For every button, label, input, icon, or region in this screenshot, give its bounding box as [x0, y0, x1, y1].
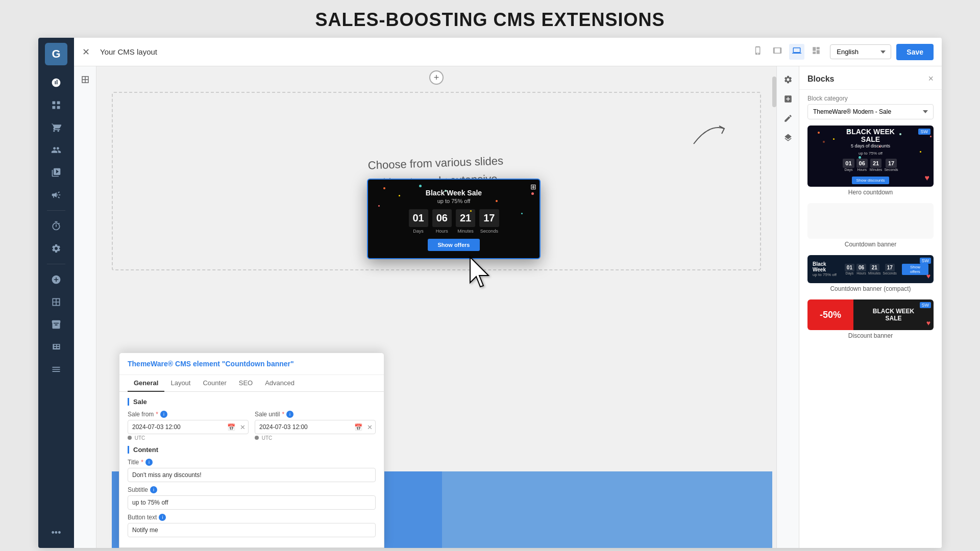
sidebar-item-media[interactable]: [45, 162, 67, 183]
db-heart[interactable]: ♥: [926, 319, 930, 327]
cc-nums: 01 Days 06 Hours 21 Minu: [845, 264, 897, 275]
blocks-close-button[interactable]: ×: [928, 73, 934, 84]
sidebar-item-analytics[interactable]: [45, 72, 67, 93]
countdown-banner-preview: ⊞ Black Week Sale up to 75% off 01 Days …: [367, 179, 541, 259]
tab-advanced[interactable]: Advanced: [259, 375, 301, 392]
mobile-icon[interactable]: [750, 44, 766, 60]
sale-until-group: Sale until * i ✕ 📅: [255, 411, 376, 441]
block-category-select[interactable]: ThemeWare® Modern - Sale: [807, 104, 934, 119]
sale-from-info[interactable]: i: [160, 411, 167, 418]
title-info[interactable]: i: [145, 459, 153, 466]
add-tool-icon[interactable]: [780, 91, 796, 107]
cc-btn[interactable]: Show offers: [902, 264, 928, 275]
sidebar-item-shop[interactable]: [45, 117, 67, 138]
countdown-compact-thumb[interactable]: Black Week up to 75% off 01 Days: [807, 255, 934, 283]
tab-general[interactable]: General: [128, 375, 164, 392]
tab-layout[interactable]: Layout: [164, 375, 197, 392]
edit-tool-icon[interactable]: [780, 110, 796, 127]
minutes-value: 21: [456, 209, 475, 227]
title-input[interactable]: [128, 468, 376, 482]
desktop-icon[interactable]: [789, 44, 804, 60]
sale-from-calendar-icon[interactable]: 📅: [227, 423, 235, 431]
table4-icon: [51, 364, 61, 374]
hc-title: BLACK WEEKSALE: [843, 128, 898, 144]
hc-seconds-val: 17: [886, 159, 897, 168]
cc-badge: SW: [920, 258, 932, 264]
panel-title-link[interactable]: ThemeWare® CMS element "Countdown banner…: [128, 360, 294, 368]
sidebar-item-users[interactable]: [45, 140, 67, 160]
sale-until-required: *: [282, 411, 284, 418]
hero-countdown-heart[interactable]: ♥: [925, 173, 930, 183]
button-text-input[interactable]: [128, 523, 376, 537]
layers-tool-icon[interactable]: [780, 130, 796, 146]
content-area: ✕ Your CMS layout Englis: [74, 38, 942, 548]
sidebar-item-add[interactable]: [45, 269, 67, 290]
discount-banner-thumb[interactable]: -50% BLACK WEEKSALE SW ♥: [807, 299, 934, 330]
cc-seconds: 17 Seconds: [883, 264, 897, 275]
settings-tool-icon[interactable]: [780, 71, 796, 88]
subtitle-info[interactable]: i: [150, 486, 157, 493]
save-button[interactable]: Save: [896, 44, 934, 60]
hero-countdown-block: BLACK WEEKSALE 5 days of discounts up to…: [807, 126, 934, 196]
sale-until-calendar-icon[interactable]: 📅: [354, 423, 362, 431]
settings-icon: [51, 243, 61, 254]
tab-counter[interactable]: Counter: [197, 375, 232, 392]
sidebar-item-pages[interactable]: [45, 95, 67, 115]
hero-countdown-badge: SW: [918, 129, 931, 135]
panel-header: ThemeWare® CMS element "Countdown banner…: [119, 353, 384, 375]
sidebar-item-settings[interactable]: [45, 238, 67, 259]
sidebar-item-table4[interactable]: [45, 359, 67, 380]
discount-banner-block: -50% BLACK WEEKSALE SW ♥ Discount banner: [807, 299, 934, 339]
subtitle-input[interactable]: [128, 495, 376, 510]
seconds-value: 17: [479, 209, 499, 227]
sidebar-item-timer[interactable]: [45, 216, 67, 236]
db-discount: -50%: [820, 310, 841, 320]
seconds-count: 17 Seconds: [479, 209, 499, 234]
cc-hours-label: Hours: [856, 271, 866, 275]
sale-from-clear-icon[interactable]: ✕: [240, 423, 246, 431]
sidebar-item-more[interactable]: •••: [45, 522, 67, 543]
panel-body: Sale Sale from * i: [119, 392, 384, 547]
logo[interactable]: G: [45, 43, 67, 65]
tablet-icon[interactable]: [770, 44, 785, 60]
sidebar-item-marketing[interactable]: [45, 185, 67, 205]
svg-rect-2: [53, 106, 56, 109]
add-section-icon: +: [434, 72, 439, 83]
cc-heart[interactable]: ♥: [926, 272, 930, 280]
language-select[interactable]: English: [830, 44, 891, 59]
sidebar-item-table3[interactable]: [45, 337, 67, 357]
hc-nums: 01 Days 06 Hours 21: [843, 159, 898, 171]
close-button[interactable]: ✕: [82, 46, 90, 58]
countdown-banner-name: Countdown banner: [807, 241, 934, 248]
sidebar-item-table2[interactable]: [45, 314, 67, 335]
button-text-info[interactable]: i: [159, 514, 166, 521]
layout-tool-icon[interactable]: [77, 71, 93, 88]
show-offers-button[interactable]: Show offers: [428, 239, 480, 251]
banner-expand-icon[interactable]: ⊞: [530, 183, 536, 191]
hero-countdown-preview: BLACK WEEKSALE 5 days of discounts up to…: [807, 126, 934, 187]
hc-btn[interactable]: Show discounts: [852, 177, 889, 184]
cursor-icon: [464, 255, 495, 296]
days-label: Days: [413, 229, 424, 234]
countdown-compact-name: Countdown banner (compact): [807, 285, 934, 292]
hc-subtitle: 5 days of discounts: [843, 143, 898, 148]
canvas-scrollbar[interactable]: [772, 66, 776, 548]
cc-text: Black Week: [813, 261, 840, 272]
add-section-button[interactable]: +: [429, 70, 444, 85]
sale-from-label: Sale from * i: [128, 411, 249, 418]
element-settings-panel: ThemeWare® CMS element "Countdown banner…: [119, 353, 384, 548]
sale-until-info[interactable]: i: [286, 411, 293, 418]
block-category-label: Block category: [799, 90, 942, 104]
countdown-banner-thumb[interactable]: [807, 203, 934, 239]
countdown-banner-block: Countdown banner: [807, 203, 934, 248]
sale-until-clear-icon[interactable]: ✕: [367, 423, 373, 431]
hc-minutes-val: 21: [870, 159, 881, 168]
hero-countdown-thumb[interactable]: BLACK WEEKSALE 5 days of discounts up to…: [807, 126, 934, 187]
sidebar-item-table1[interactable]: [45, 292, 67, 312]
cc-days: 01 Days: [845, 264, 854, 275]
tab-seo[interactable]: SEO: [233, 375, 259, 392]
grid-icon[interactable]: [808, 44, 824, 60]
layout-title: Your CMS layout: [100, 47, 744, 56]
scrollbar-thumb[interactable]: [772, 77, 776, 107]
utc-dot2: [255, 436, 259, 440]
